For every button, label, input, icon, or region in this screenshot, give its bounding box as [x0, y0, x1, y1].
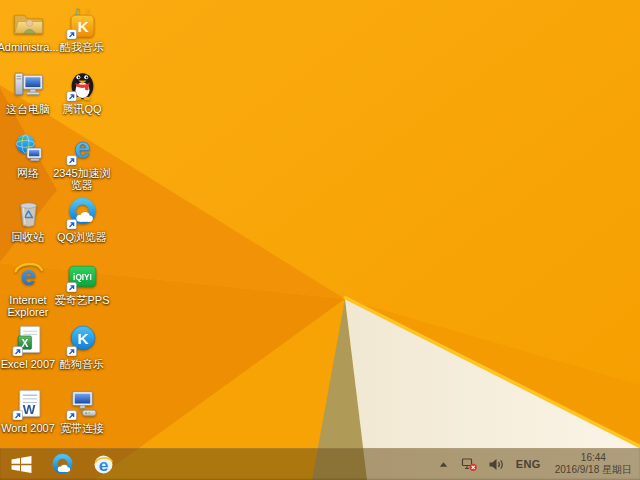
shortcut-arrow-overlay — [66, 30, 76, 39]
desktop-icon-kuwo-music[interactable]: ♫ ♪ K 酷我音乐 — [51, 6, 113, 53]
desktop-icon-label: QQ浏览器 — [57, 231, 107, 243]
clock-time: 16:44 — [555, 452, 632, 464]
computer-icon — [12, 68, 45, 101]
speaker-icon — [488, 457, 504, 472]
desktop-icon-label: Administra... — [0, 41, 59, 53]
shortcut-arrow-overlay — [66, 92, 76, 101]
svg-text:e: e — [74, 132, 90, 164]
svg-text:♪: ♪ — [85, 6, 90, 16]
network-globe-icon — [12, 132, 45, 165]
shortcut-arrow-overlay — [12, 347, 22, 356]
kuwo-music-icon: ♫ ♪ K — [66, 6, 99, 39]
qq-penguin-icon — [66, 68, 99, 101]
shortcut-arrow-overlay — [66, 411, 76, 420]
internet-explorer-icon: e — [12, 259, 45, 292]
svg-text:iQIYI: iQIYI — [73, 273, 92, 282]
internet-explorer-icon: e — [92, 453, 115, 476]
svg-text:K: K — [77, 330, 89, 347]
broadband-connection-icon — [66, 387, 99, 420]
shortcut-arrow-overlay — [12, 411, 22, 420]
language-indicator[interactable]: ENG — [513, 458, 544, 470]
svg-text:W: W — [22, 402, 35, 417]
taskbar-left: e — [0, 448, 116, 480]
word-icon: W — [12, 387, 45, 420]
desktop-icon-label: 爱奇艺PPS — [54, 294, 109, 306]
taskbar-qq-browser-button[interactable] — [49, 450, 75, 478]
taskbar-internet-explorer-button[interactable]: e — [90, 450, 116, 478]
desktop-icon-label: Excel 2007 — [1, 358, 55, 370]
excel-icon: X — [12, 323, 45, 356]
desktop-icon-kugou-music[interactable]: K 酷狗音乐 — [51, 323, 113, 370]
desktop-icon-label: 回收站 — [12, 231, 45, 243]
shortcut-arrow-overlay — [66, 156, 76, 165]
taskbar-clock[interactable]: 16:44 2016/9/18 星期日 — [552, 452, 635, 476]
iqiyi-icon: iQIYI — [66, 259, 99, 292]
desktop-icon-label: 这台电脑 — [6, 103, 50, 115]
shortcut-arrow-overlay — [66, 283, 76, 292]
desktop-icon-label: Word 2007 — [1, 422, 55, 434]
desktop-icon-label: 酷狗音乐 — [60, 358, 104, 370]
taskbar: e — [0, 448, 640, 480]
network-disconnected-icon — [461, 456, 478, 472]
volume-button[interactable] — [487, 450, 505, 478]
desktop-icon-label: 腾讯QQ — [62, 103, 101, 115]
system-tray: ENG 16:44 2016/9/18 星期日 — [435, 448, 640, 480]
show-hidden-icons-button[interactable] — [435, 450, 453, 478]
user-folder-icon — [12, 6, 45, 39]
shortcut-arrow-overlay — [66, 220, 76, 229]
desktop-icon-iqiyi-pps[interactable]: iQIYI 爱奇艺PPS — [51, 259, 113, 306]
windows-logo-icon — [11, 456, 32, 473]
qq-browser-icon — [66, 196, 99, 229]
desktop-icon-label: 酷我音乐 — [60, 41, 104, 53]
shortcut-arrow-overlay — [66, 347, 76, 356]
desktop-icon-broadband[interactable]: 宽带连接 — [51, 387, 113, 434]
desktop-icon-label: 宽带连接 — [60, 422, 104, 434]
chevron-up-icon — [438, 459, 449, 470]
desktop-icon-label: 2345加速浏览器 — [51, 167, 113, 191]
network-status-button[interactable] — [461, 450, 479, 478]
svg-text:K: K — [77, 18, 89, 35]
recycle-bin-icon — [12, 196, 45, 229]
desktop-icon-2345-browser[interactable]: e 2345加速浏览器 — [51, 132, 113, 191]
kugou-music-icon: K — [66, 323, 99, 356]
start-button[interactable] — [8, 450, 34, 478]
2345-browser-icon: e — [66, 132, 99, 165]
qq-browser-icon — [51, 453, 74, 476]
desktop-icon-label: 网络 — [17, 167, 39, 179]
desktop-icon-tencent-qq[interactable]: 腾讯QQ — [51, 68, 113, 115]
desktop-icon-qq-browser[interactable]: QQ浏览器 — [51, 196, 113, 243]
desktop: Administra... 这台电脑 网络 — [0, 0, 640, 480]
clock-date: 2016/9/18 星期日 — [555, 464, 632, 476]
